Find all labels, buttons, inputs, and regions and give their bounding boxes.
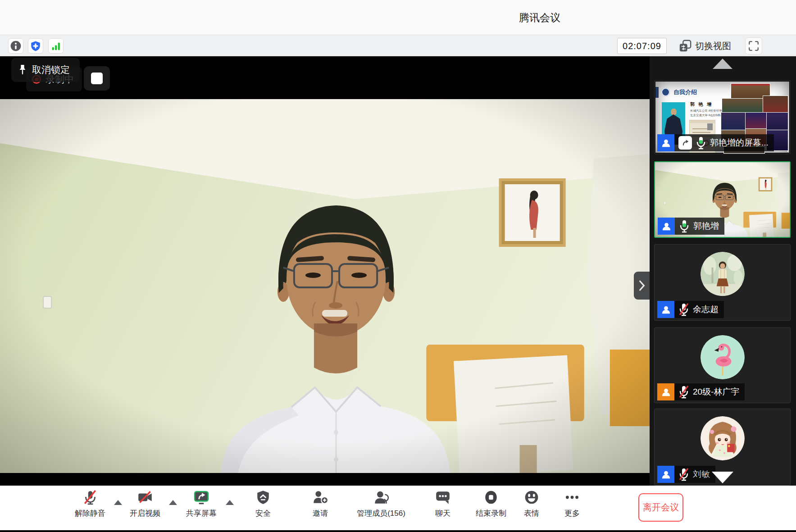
- main-video-guo-yanzeng: [0, 99, 650, 473]
- participant-tile-guo-yanzeng[interactable]: 郭艳增: [654, 161, 791, 238]
- slide-logo: [661, 88, 670, 96]
- screen-share-icon: [678, 136, 692, 150]
- bottom-toolbar: 解除静音 开启视频 共享屏幕: [0, 486, 796, 530]
- manage-members-button[interactable]: 管理成员(156): [352, 490, 410, 518]
- main-area: 取消锁定 录制中 自我介绍: [0, 56, 796, 486]
- network-signal-icon: [50, 40, 62, 52]
- participant-badge-icon: [657, 383, 674, 400]
- switch-view-label: 切换视图: [695, 40, 731, 52]
- collapse-sidebar-button[interactable]: [634, 272, 650, 300]
- share-screen-button[interactable]: 共享屏幕: [172, 490, 231, 518]
- tile-label: 郭艳增: [658, 218, 724, 235]
- fullscreen-button[interactable]: [745, 37, 762, 55]
- health-shield-button[interactable]: [28, 38, 43, 54]
- mic-muted-icon: [678, 303, 689, 316]
- info-icon: [9, 40, 22, 52]
- chat-bubble-icon: [435, 490, 451, 505]
- participant-name: 郭艳增的屏幕...: [710, 137, 769, 149]
- tile-label: 郭艳增的屏幕...: [657, 134, 774, 151]
- host-badge-icon: [658, 218, 675, 235]
- chevron-right-icon: [638, 280, 646, 291]
- meeting-info-button[interactable]: [8, 38, 23, 54]
- meeting-timer: 02:07:09: [617, 38, 667, 54]
- leave-meeting-button[interactable]: 离开会议: [638, 493, 683, 522]
- members-icon: [373, 490, 389, 505]
- slide-presenter-name: 郭 艳 增: [690, 101, 713, 108]
- participant-tile-lin-guangyu[interactable]: 20级-林广宇: [654, 327, 791, 403]
- mic-muted-icon: [82, 490, 98, 505]
- more-dots-icon: [564, 490, 580, 505]
- participant-name: 刘敏: [693, 468, 710, 480]
- participant-badge-icon: [657, 301, 674, 318]
- network-status-button[interactable]: [48, 38, 64, 54]
- tile-label: 20级-林广宇: [657, 383, 745, 400]
- fullscreen-icon: [748, 40, 760, 52]
- unmute-button[interactable]: 解除静音: [61, 490, 119, 518]
- share-options-caret[interactable]: [226, 500, 234, 505]
- top-toolbar: 02:07:09 切换视图: [0, 35, 796, 56]
- pin-icon: [18, 64, 27, 76]
- tile-label: 刘敏: [657, 466, 715, 483]
- mic-muted-icon: [678, 385, 689, 399]
- title-bar: 腾讯会议: [0, 0, 796, 35]
- participant-tile-screen-share[interactable]: 自我介绍 郭 艳 增 长城汽车公司 #投资经理 北京交通大学 #在职MBA: [654, 80, 791, 154]
- slide-title: 自我介绍: [673, 88, 697, 96]
- camera-off-icon: [136, 490, 154, 505]
- slide-text-line: 北京交通大学 #在职MBA: [690, 114, 723, 118]
- unpin-label: 取消锁定: [32, 64, 70, 76]
- invite-person-icon: [312, 490, 328, 505]
- security-button[interactable]: 安全: [234, 490, 292, 518]
- participant-name: 郭艳增: [693, 220, 719, 232]
- more-button[interactable]: 更多: [543, 490, 601, 518]
- mic-on-icon: [679, 219, 690, 233]
- participant-tile-yu-zhichao[interactable]: 余志超: [654, 244, 791, 321]
- main-video-stage: 取消锁定 录制中: [0, 56, 650, 486]
- stop-square-icon: [91, 73, 103, 84]
- invite-button[interactable]: 邀请: [291, 490, 350, 518]
- shield-plus-icon: [30, 40, 41, 52]
- security-shield-icon: [255, 490, 271, 505]
- tile-label: 余志超: [657, 301, 724, 318]
- stop-recording-button[interactable]: [84, 66, 110, 91]
- host-badge-icon: [657, 134, 674, 151]
- start-video-button[interactable]: 开启视频: [116, 490, 174, 518]
- stop-record-icon: [483, 490, 499, 505]
- scroll-up-arrow[interactable]: [713, 59, 732, 69]
- tencent-meeting-window: 腾讯会议 02:07:09: [0, 0, 796, 532]
- share-screen-icon: [193, 490, 210, 505]
- mic-on-icon: [696, 136, 706, 150]
- switch-view-icon: [678, 39, 692, 53]
- switch-view-button[interactable]: 切换视图: [678, 38, 731, 54]
- window-bottom-edge: [0, 530, 796, 532]
- avatar: [700, 252, 745, 296]
- avatar: [700, 416, 745, 460]
- unpin-button[interactable]: 取消锁定: [11, 58, 80, 82]
- participants-sidebar: 自我介绍 郭 艳 增 长城汽车公司 #投资经理 北京交通大学 #在职MBA: [650, 56, 796, 486]
- participant-name: 余志超: [693, 304, 719, 315]
- mic-muted-icon: [678, 468, 689, 481]
- scroll-down-arrow[interactable]: [712, 472, 733, 483]
- smiley-icon: [524, 490, 539, 505]
- avatar: [700, 335, 745, 379]
- window-title: 腾讯会议: [519, 11, 560, 25]
- slide-text-line: 长城汽车公司 #投资经理: [690, 109, 722, 113]
- participant-badge-icon: [657, 466, 674, 483]
- participant-name: 20级-林广宇: [693, 386, 739, 398]
